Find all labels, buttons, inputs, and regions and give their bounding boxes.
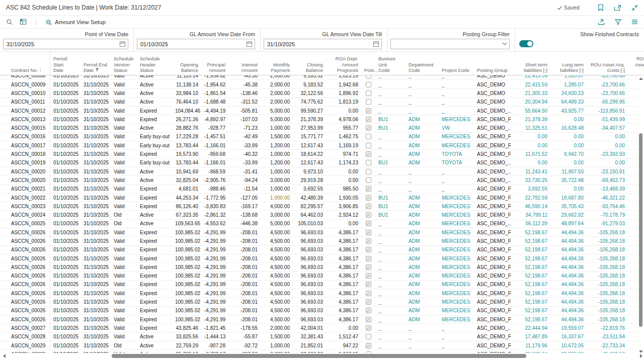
cell-monthly[interactable]: 1,500.00	[261, 132, 293, 141]
cell-start[interactable]: 01/10/2025	[50, 332, 80, 341]
posted-checkbox[interactable]	[366, 160, 371, 165]
cell-interest[interactable]: -178.55	[228, 324, 261, 332]
cell-rou[interactable]: -51,439.99	[587, 115, 628, 124]
cell-closing[interactable]: 3,692.55	[293, 185, 326, 193]
posted-checkbox[interactable]: ✓	[366, 186, 371, 192]
analysis-grid-icon[interactable]	[20, 19, 27, 25]
cell-opening[interactable]: 100,985.02	[172, 237, 201, 245]
cell-principal[interactable]: -4,291.99	[201, 237, 228, 245]
cell-posted[interactable]: ✓	[361, 298, 375, 306]
cell-roa[interactable]: 1,023.19	[326, 75, 361, 80]
cell-short[interactable]: 0.00	[511, 132, 550, 141]
cell-group[interactable]: ASC_DEMO_FI	[474, 185, 511, 193]
cell-long[interactable]: 10,672.05	[550, 341, 587, 350]
cell-project[interactable]: MERCEDES	[439, 237, 474, 245]
cell-long[interactable]: 19,687.80	[550, 194, 587, 202]
cell-project[interactable]: _	[439, 341, 474, 350]
cell-monthly[interactable]: 4,500.00	[261, 289, 293, 298]
cell-posted[interactable]: ✓	[361, 324, 375, 332]
posted-checkbox[interactable]: ✓	[366, 108, 371, 114]
cell-interest[interactable]: -127.05	[228, 194, 261, 202]
cell-bu[interactable]: _	[375, 237, 406, 245]
cell-contract[interactable]: ASCCN_00030	[0, 350, 50, 353]
cell-status[interactable]: Expired	[137, 324, 172, 332]
cell-long[interactable]: 0.00	[550, 115, 587, 124]
cell-posted[interactable]: ✓	[361, 245, 375, 254]
cell-group[interactable]: ASC_DEMO_FI	[474, 306, 511, 315]
cell-monthly[interactable]: 4,500.00	[261, 237, 293, 245]
cell-monthly[interactable]: 3,000.00	[261, 211, 293, 219]
cell-bu[interactable]: _	[375, 80, 406, 89]
cell-start[interactable]: 01/10/2025	[50, 158, 80, 167]
cell-monthly[interactable]: 4,500.00	[261, 298, 293, 306]
cell-closing[interactable]: 74,775.62	[293, 98, 326, 106]
cell-dept[interactable]: ADM	[406, 219, 439, 228]
cell-long[interactable]: 1,285.07	[550, 75, 587, 80]
cell-rou[interactable]: -93,764.46	[587, 202, 628, 211]
calendar-icon[interactable]	[119, 41, 126, 47]
point-of-view-date-input[interactable]	[4, 41, 119, 47]
cell-roa[interactable]: 4,386.17	[326, 245, 361, 254]
posted-checkbox[interactable]: ✓	[366, 256, 371, 261]
cell-principal[interactable]: -4,291.99	[201, 228, 228, 237]
cell-rou[interactable]: -113,856.91	[587, 107, 628, 115]
cell-start[interactable]: 01/10/2025	[50, 202, 80, 211]
cell-principal[interactable]: -4,291.99	[201, 306, 228, 315]
cell-opening[interactable]: 32,825.04	[172, 176, 201, 185]
cell-long[interactable]: 44,494.36	[550, 228, 587, 237]
cell-roa[interactable]: 4,386.17	[326, 289, 361, 298]
cell-roa[interactable]: 3,937.65	[326, 350, 361, 353]
cell-interest[interactable]: -505.81	[228, 107, 261, 115]
posted-checkbox[interactable]: ✓	[366, 221, 371, 226]
cell-opening[interactable]: 109,563.65	[172, 219, 201, 228]
cell-project[interactable]: _	[439, 350, 474, 353]
posted-checkbox[interactable]: ✓	[366, 204, 371, 209]
cell-monthly[interactable]: 1,000.00	[261, 150, 293, 158]
cell-posted[interactable]: ✓	[361, 150, 375, 158]
cell-dept[interactable]: ADM	[406, 254, 439, 263]
cell-rou[interactable]: -105,268.18	[587, 289, 628, 298]
cell-monthly[interactable]: 3,000.00	[261, 176, 293, 185]
cell-start[interactable]: 01/10/2025	[50, 315, 80, 324]
cell-start[interactable]: 01/10/2025	[50, 341, 80, 350]
posted-checkbox[interactable]	[366, 75, 371, 78]
cell-posted[interactable]	[361, 89, 375, 98]
cell-monthly[interactable]: 5,000.00	[261, 107, 293, 115]
cell-end[interactable]: 31/10/2025	[80, 80, 111, 89]
scroll-down-arrow[interactable]	[639, 350, 643, 353]
cell-opening[interactable]: 22,759.29	[172, 341, 201, 350]
search-icon[interactable]	[6, 19, 13, 25]
cell-principal[interactable]: -4,553.62	[201, 219, 228, 228]
cell-end[interactable]: 31/10/2025	[80, 176, 111, 185]
cell-interest[interactable]: -138.68	[228, 211, 261, 219]
cell-group[interactable]: ASC_DEMO_FI	[474, 272, 511, 280]
cell-principal[interactable]: -1,954.62	[201, 75, 228, 80]
cell-monthly[interactable]: 2,000.00	[261, 98, 293, 106]
cell-posted[interactable]: ✓	[361, 315, 375, 324]
col-header-bu[interactable]: Busines UnitCode	[375, 52, 406, 75]
cell-principal[interactable]: -4,291.99	[201, 280, 228, 289]
cell-dept[interactable]: ADM	[406, 150, 439, 158]
cell-version[interactable]: Valid	[111, 332, 137, 341]
cell-interest[interactable]: -169.17	[228, 202, 261, 211]
cell-principal[interactable]: -1,166.01	[201, 141, 228, 150]
cell-interest[interactable]: -208.01	[228, 315, 261, 324]
cell-project[interactable]: MERCEDES	[439, 219, 474, 228]
cell-posted[interactable]: ✓	[361, 211, 375, 219]
cell-roa[interactable]: 4,386.17	[326, 254, 361, 263]
horizontal-scroll-thumb[interactable]	[112, 354, 526, 358]
scroll-left-arrow[interactable]	[3, 354, 6, 358]
cell-end[interactable]: 31/10/2025	[80, 219, 111, 228]
cell-contract[interactable]: ASCCN_00024	[0, 211, 50, 219]
cell-interest[interactable]: -33.99	[228, 158, 261, 167]
cell-posted[interactable]	[361, 80, 375, 89]
cell-interest[interactable]: -208.01	[228, 254, 261, 263]
cell-principal[interactable]: -3,732.17	[201, 350, 228, 353]
cell-closing[interactable]: 27,953.99	[293, 124, 326, 132]
cell-long[interactable]: 16,628.48	[550, 124, 587, 132]
cell-short[interactable]: 0.00	[511, 158, 550, 167]
cell-interest[interactable]: -208.01	[228, 228, 261, 237]
cell-project[interactable]: MERCEDES	[439, 289, 474, 298]
cell-roa[interactable]: 4,386.17	[326, 237, 361, 245]
cell-dept[interactable]: ADM	[406, 289, 439, 298]
